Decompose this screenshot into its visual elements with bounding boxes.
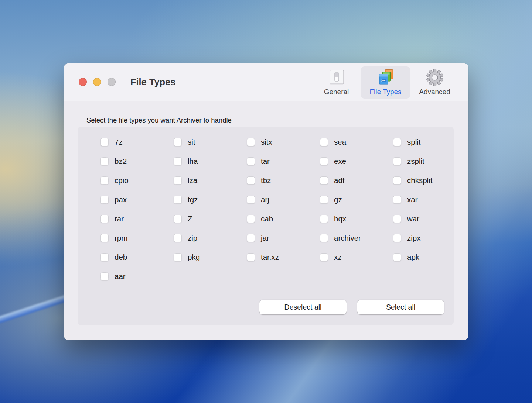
checkbox-unchecked[interactable] xyxy=(100,176,109,185)
file-type-option-exe[interactable]: exe xyxy=(320,152,361,171)
checkbox-unchecked[interactable] xyxy=(100,253,109,261)
file-type-option-arj[interactable]: arj xyxy=(247,190,279,209)
file-type-label: 7z xyxy=(115,138,123,147)
checkbox-unchecked[interactable] xyxy=(100,234,109,242)
checkbox-unchecked[interactable] xyxy=(174,215,182,223)
close-button[interactable] xyxy=(79,78,87,86)
file-type-label: tar.xz xyxy=(261,253,279,262)
checkbox-unchecked[interactable] xyxy=(320,138,328,146)
panel-instruction: Select the file types you want Archiver … xyxy=(86,116,232,124)
checkbox-unchecked[interactable] xyxy=(320,157,328,165)
file-type-option-7z[interactable]: 7z xyxy=(100,132,129,152)
file-type-option-split[interactable]: split xyxy=(393,132,432,152)
file-type-label: exe xyxy=(334,157,346,166)
file-type-option-xar[interactable]: xar xyxy=(393,190,432,209)
file-type-option-pax[interactable]: pax xyxy=(100,190,129,209)
file-type-option-sea[interactable]: sea xyxy=(320,132,361,152)
file-type-option-tar[interactable]: tar xyxy=(247,152,279,171)
file-type-option-hqx[interactable]: hqx xyxy=(320,209,361,228)
tab-general[interactable]: General xyxy=(312,66,361,99)
file-type-label: gz xyxy=(334,195,342,204)
checkbox-unchecked[interactable] xyxy=(174,253,182,261)
file-type-option-zipx[interactable]: zipx xyxy=(393,228,432,248)
checkbox-unchecked[interactable] xyxy=(247,215,255,223)
file-type-option-cpio[interactable]: cpio xyxy=(100,171,129,190)
file-type-label: sitx xyxy=(261,138,272,147)
deselect-all-button[interactable]: Deselect all xyxy=(259,300,347,314)
checkbox-unchecked[interactable] xyxy=(393,157,401,165)
tab-file-types-label: File Types xyxy=(369,88,401,96)
file-type-label: jar xyxy=(261,234,269,242)
file-type-option-tar.xz[interactable]: tar.xz xyxy=(247,248,279,267)
file-type-option-sit[interactable]: sit xyxy=(174,132,200,152)
traffic-lights xyxy=(79,78,116,86)
checkbox-unchecked[interactable] xyxy=(247,253,255,261)
checkbox-unchecked[interactable] xyxy=(100,138,109,146)
file-type-option-jar[interactable]: jar xyxy=(247,228,279,248)
file-type-option-gz[interactable]: gz xyxy=(320,190,361,209)
checkbox-unchecked[interactable] xyxy=(320,176,328,185)
checkbox-unchecked[interactable] xyxy=(100,157,109,165)
checkbox-unchecked[interactable] xyxy=(393,176,401,185)
file-type-option-zip[interactable]: zip xyxy=(174,228,200,248)
file-type-label: adf xyxy=(334,176,345,185)
checkbox-unchecked[interactable] xyxy=(320,215,328,223)
checkbox-unchecked[interactable] xyxy=(393,215,401,223)
checkbox-unchecked[interactable] xyxy=(393,234,401,242)
file-type-option-tbz[interactable]: tbz xyxy=(247,171,279,190)
file-type-option-apk[interactable]: apk xyxy=(393,248,432,267)
file-type-option-aar[interactable]: aar xyxy=(100,267,129,286)
file-type-option-lha[interactable]: lha xyxy=(174,152,200,171)
checkbox-unchecked[interactable] xyxy=(247,196,255,204)
select-all-button[interactable]: Select all xyxy=(357,300,444,314)
file-type-label: cab xyxy=(261,214,273,223)
tab-advanced-label: Advanced xyxy=(419,88,450,96)
file-type-option-zsplit[interactable]: zsplit xyxy=(393,152,432,171)
tab-advanced[interactable]: Advanced xyxy=(410,66,459,99)
tab-file-types[interactable]: ZIP File Types xyxy=(361,66,410,99)
checkbox-unchecked[interactable] xyxy=(100,196,109,204)
file-type-option-chksplit[interactable]: chksplit xyxy=(393,171,432,190)
checkbox-unchecked[interactable] xyxy=(393,138,401,146)
file-type-label: deb xyxy=(115,253,127,262)
checkbox-unchecked[interactable] xyxy=(247,176,255,185)
file-type-label: pax xyxy=(115,195,127,204)
file-type-option-cab[interactable]: cab xyxy=(247,209,279,228)
checkbox-unchecked[interactable] xyxy=(320,196,328,204)
checkbox-unchecked[interactable] xyxy=(247,138,255,146)
file-type-option-pkg[interactable]: pkg xyxy=(174,248,200,267)
file-type-option-archiver[interactable]: archiver xyxy=(320,228,361,248)
checkbox-unchecked[interactable] xyxy=(320,253,328,261)
zip-stack-icon: ZIP xyxy=(377,67,395,88)
file-type-option-adf[interactable]: adf xyxy=(320,171,361,190)
file-type-label: bz2 xyxy=(115,157,127,166)
checkbox-unchecked[interactable] xyxy=(174,138,182,146)
zoom-button[interactable] xyxy=(108,78,116,86)
checkbox-unchecked[interactable] xyxy=(247,234,255,242)
minimize-button[interactable] xyxy=(93,78,101,86)
file-type-option-tgz[interactable]: tgz xyxy=(174,190,200,209)
file-type-option-bz2[interactable]: bz2 xyxy=(100,152,129,171)
checkbox-unchecked[interactable] xyxy=(174,157,182,165)
file-type-label: zip xyxy=(188,234,197,242)
file-type-label: arj xyxy=(261,195,269,204)
file-type-option-rpm[interactable]: rpm xyxy=(100,228,129,248)
checkbox-unchecked[interactable] xyxy=(247,157,255,165)
checkbox-unchecked[interactable] xyxy=(393,196,401,204)
file-type-option-Z[interactable]: Z xyxy=(174,209,200,228)
file-type-option-rar[interactable]: rar xyxy=(100,209,129,228)
checkbox-unchecked[interactable] xyxy=(100,272,109,280)
file-type-option-lza[interactable]: lza xyxy=(174,171,200,190)
checkbox-unchecked[interactable] xyxy=(320,234,328,242)
file-type-option-deb[interactable]: deb xyxy=(100,248,129,267)
checkbox-unchecked[interactable] xyxy=(100,215,109,223)
file-type-option-xz[interactable]: xz xyxy=(320,248,361,267)
file-type-option-sitx[interactable]: sitx xyxy=(247,132,279,152)
checkbox-unchecked[interactable] xyxy=(174,176,182,185)
switch-icon xyxy=(328,67,345,88)
file-type-label: zipx xyxy=(407,234,420,242)
checkbox-unchecked[interactable] xyxy=(393,253,401,261)
file-type-option-war[interactable]: war xyxy=(393,209,432,228)
checkbox-unchecked[interactable] xyxy=(174,196,182,204)
checkbox-unchecked[interactable] xyxy=(174,234,182,242)
